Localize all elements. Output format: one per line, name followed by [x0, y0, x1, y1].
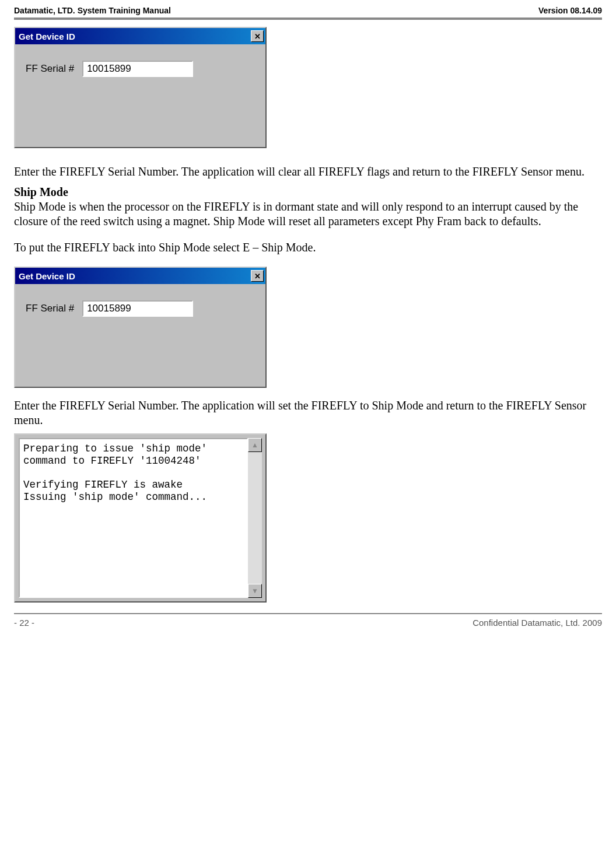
- close-button[interactable]: ✕: [251, 270, 264, 282]
- paragraph: Ship Mode Ship Mode is when the processo…: [14, 185, 602, 229]
- close-button[interactable]: ✕: [251, 30, 264, 42]
- serial-input[interactable]: [82, 300, 193, 317]
- paragraph-text: Ship Mode is when the processor on the F…: [14, 200, 578, 227]
- dialog-title: Get Device ID: [19, 271, 75, 281]
- serial-input[interactable]: [82, 61, 193, 77]
- paragraph: Enter the FIREFLY Serial Number. The app…: [14, 398, 602, 428]
- dialog-title: Get Device ID: [19, 31, 75, 41]
- header-left: Datamatic, LTD. System Training Manual: [14, 6, 171, 15]
- scroll-up-button[interactable]: ▲: [248, 438, 262, 452]
- dialog-titlebar[interactable]: Get Device ID ✕: [15, 268, 265, 284]
- footer-rule: [14, 613, 602, 614]
- header-rule: [14, 17, 602, 20]
- console-textarea[interactable]: Preparing to issue 'ship mode' command t…: [19, 438, 248, 598]
- ship-mode-heading: Ship Mode: [14, 185, 68, 198]
- dialog-body: FF Serial #: [15, 284, 265, 387]
- page-header: Datamatic, LTD. System Training Manual V…: [14, 0, 602, 17]
- console-window: Preparing to issue 'ship mode' command t…: [14, 433, 267, 603]
- get-device-dialog-1: Get Device ID ✕ FF Serial #: [14, 27, 267, 148]
- serial-label: FF Serial #: [26, 303, 74, 314]
- close-icon: ✕: [254, 33, 261, 40]
- get-device-dialog-2: Get Device ID ✕ FF Serial #: [14, 267, 267, 388]
- paragraph: To put the FIREFLY back into Ship Mode s…: [14, 240, 602, 255]
- chevron-down-icon: ▼: [251, 587, 258, 596]
- page-footer: - 22 - Confidential Datamatic, Ltd. 2009: [14, 618, 602, 639]
- dialog-titlebar[interactable]: Get Device ID ✕: [15, 28, 265, 44]
- page-number: - 22 -: [14, 618, 34, 628]
- scrollbar[interactable]: ▲ ▼: [248, 438, 262, 598]
- scroll-down-button[interactable]: ▼: [248, 584, 262, 598]
- serial-label: FF Serial #: [26, 63, 74, 75]
- chevron-up-icon: ▲: [251, 441, 258, 450]
- dialog-body: FF Serial #: [15, 44, 265, 147]
- confidential-notice: Confidential Datamatic, Ltd. 2009: [473, 618, 602, 628]
- paragraph: Enter the FIREFLY Serial Number. The app…: [14, 164, 602, 179]
- close-icon: ✕: [254, 272, 261, 280]
- header-right: Version 08.14.09: [538, 6, 602, 15]
